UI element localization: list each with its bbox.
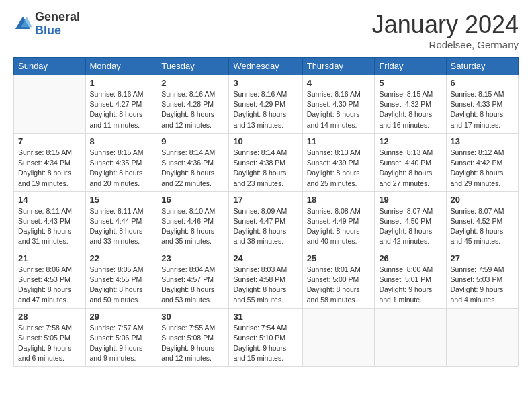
calendar-cell: 29Sunrise: 7:57 AMSunset: 5:06 PMDayligh… [85, 308, 157, 367]
day-number: 20 [451, 195, 515, 205]
calendar-cell: 5Sunrise: 8:15 AMSunset: 4:32 PMDaylight… [375, 75, 446, 134]
day-info: Sunrise: 8:07 AMSunset: 4:52 PMDaylight:… [451, 206, 515, 247]
calendar-cell: 6Sunrise: 8:15 AMSunset: 4:33 PMDaylight… [446, 75, 519, 134]
calendar-cell: 21Sunrise: 8:06 AMSunset: 4:53 PMDayligh… [14, 250, 86, 308]
day-number: 13 [451, 136, 515, 146]
day-number: 8 [90, 136, 153, 146]
day-number: 17 [233, 195, 298, 205]
week-row-1: 1Sunrise: 8:16 AMSunset: 4:27 PMDaylight… [14, 75, 519, 134]
header: General Blue January 2024 Rodelsee, Germ… [13, 11, 519, 50]
day-info: Sunrise: 8:14 AMSunset: 4:36 PMDaylight:… [161, 148, 224, 189]
week-row-5: 28Sunrise: 7:58 AMSunset: 5:05 PMDayligh… [14, 308, 519, 367]
day-info: Sunrise: 8:03 AMSunset: 4:58 PMDaylight:… [233, 265, 298, 306]
calendar-cell: 11Sunrise: 8:13 AMSunset: 4:39 PMDayligh… [302, 133, 375, 191]
calendar-cell: 27Sunrise: 7:59 AMSunset: 5:03 PMDayligh… [446, 250, 519, 308]
calendar-cell: 31Sunrise: 7:54 AMSunset: 5:10 PMDayligh… [229, 308, 302, 367]
day-number: 1 [90, 78, 153, 88]
day-number: 15 [90, 195, 153, 205]
day-number: 10 [233, 136, 298, 146]
day-info: Sunrise: 7:59 AMSunset: 5:03 PMDaylight:… [451, 265, 515, 306]
day-info: Sunrise: 8:16 AMSunset: 4:29 PMDaylight:… [233, 89, 298, 130]
day-info: Sunrise: 8:16 AMSunset: 4:28 PMDaylight:… [161, 89, 224, 130]
calendar-cell: 12Sunrise: 8:13 AMSunset: 4:40 PMDayligh… [375, 133, 446, 191]
calendar-cell [302, 308, 375, 367]
day-info: Sunrise: 7:55 AMSunset: 5:08 PMDaylight:… [161, 323, 224, 364]
day-info: Sunrise: 8:07 AMSunset: 4:50 PMDaylight:… [379, 206, 441, 247]
day-info: Sunrise: 8:04 AMSunset: 4:57 PMDaylight:… [161, 265, 224, 306]
day-number: 24 [233, 253, 298, 263]
weekday-header-monday: Monday [85, 58, 157, 75]
day-number: 11 [307, 136, 371, 146]
day-info: Sunrise: 8:15 AMSunset: 4:32 PMDaylight:… [379, 89, 441, 130]
day-info: Sunrise: 8:00 AMSunset: 5:01 PMDaylight:… [379, 265, 441, 306]
calendar-cell: 3Sunrise: 8:16 AMSunset: 4:29 PMDaylight… [229, 75, 302, 134]
calendar-table: SundayMondayTuesdayWednesdayThursdayFrid… [13, 57, 519, 367]
day-info: Sunrise: 8:15 AMSunset: 4:34 PMDaylight:… [18, 148, 81, 189]
day-number: 22 [90, 253, 153, 263]
day-number: 6 [451, 78, 515, 88]
day-info: Sunrise: 7:54 AMSunset: 5:10 PMDaylight:… [233, 323, 298, 364]
day-info: Sunrise: 8:15 AMSunset: 4:35 PMDaylight:… [90, 148, 153, 189]
calendar-cell [375, 308, 446, 367]
weekday-header-tuesday: Tuesday [157, 58, 229, 75]
day-number: 26 [379, 253, 441, 263]
calendar-cell: 9Sunrise: 8:14 AMSunset: 4:36 PMDaylight… [157, 133, 229, 191]
calendar-cell: 24Sunrise: 8:03 AMSunset: 4:58 PMDayligh… [229, 250, 302, 308]
calendar-cell: 18Sunrise: 8:08 AMSunset: 4:49 PMDayligh… [302, 191, 375, 250]
week-row-4: 21Sunrise: 8:06 AMSunset: 4:53 PMDayligh… [14, 250, 519, 308]
day-info: Sunrise: 7:58 AMSunset: 5:05 PMDaylight:… [18, 323, 81, 364]
week-row-3: 14Sunrise: 8:11 AMSunset: 4:43 PMDayligh… [14, 191, 519, 250]
weekday-header-saturday: Saturday [446, 58, 519, 75]
day-number: 31 [233, 312, 298, 322]
day-number: 18 [307, 195, 371, 205]
day-info: Sunrise: 8:16 AMSunset: 4:30 PMDaylight:… [307, 89, 371, 130]
calendar-cell: 14Sunrise: 8:11 AMSunset: 4:43 PMDayligh… [14, 191, 86, 250]
day-number: 29 [90, 312, 153, 322]
day-number: 4 [307, 78, 371, 88]
day-info: Sunrise: 8:15 AMSunset: 4:33 PMDaylight:… [451, 89, 515, 130]
day-info: Sunrise: 8:13 AMSunset: 4:39 PMDaylight:… [307, 148, 371, 189]
day-info: Sunrise: 8:06 AMSunset: 4:53 PMDaylight:… [18, 265, 81, 306]
calendar-cell: 7Sunrise: 8:15 AMSunset: 4:34 PMDaylight… [14, 133, 86, 191]
weekday-header-row: SundayMondayTuesdayWednesdayThursdayFrid… [14, 58, 519, 75]
day-info: Sunrise: 8:12 AMSunset: 4:42 PMDaylight:… [451, 148, 515, 189]
day-number: 16 [161, 195, 224, 205]
day-info: Sunrise: 7:57 AMSunset: 5:06 PMDaylight:… [90, 323, 153, 364]
day-info: Sunrise: 8:11 AMSunset: 4:44 PMDaylight:… [90, 206, 153, 247]
day-number: 23 [161, 253, 224, 263]
logo-blue-text: Blue [35, 24, 80, 38]
weekday-header-wednesday: Wednesday [229, 58, 302, 75]
day-number: 14 [18, 195, 81, 205]
weekday-header-friday: Friday [375, 58, 446, 75]
location-subtitle: Rodelsee, Germany [372, 39, 519, 50]
day-number: 21 [18, 253, 81, 263]
day-number: 27 [451, 253, 515, 263]
weekday-header-thursday: Thursday [302, 58, 375, 75]
day-info: Sunrise: 8:11 AMSunset: 4:43 PMDaylight:… [18, 206, 81, 247]
day-number: 30 [161, 312, 224, 322]
day-number: 28 [18, 312, 81, 322]
page: General Blue January 2024 Rodelsee, Germ… [0, 0, 532, 411]
week-row-2: 7Sunrise: 8:15 AMSunset: 4:34 PMDaylight… [14, 133, 519, 191]
calendar-cell: 28Sunrise: 7:58 AMSunset: 5:05 PMDayligh… [14, 308, 86, 367]
month-title: January 2024 [372, 11, 519, 39]
day-info: Sunrise: 8:05 AMSunset: 4:55 PMDaylight:… [90, 265, 153, 306]
calendar-cell: 15Sunrise: 8:11 AMSunset: 4:44 PMDayligh… [85, 191, 157, 250]
calendar-cell: 30Sunrise: 7:55 AMSunset: 5:08 PMDayligh… [157, 308, 229, 367]
calendar-cell: 22Sunrise: 8:05 AMSunset: 4:55 PMDayligh… [85, 250, 157, 308]
logo-general-text: General [35, 11, 80, 24]
calendar-cell: 20Sunrise: 8:07 AMSunset: 4:52 PMDayligh… [446, 191, 519, 250]
day-info: Sunrise: 8:10 AMSunset: 4:46 PMDaylight:… [161, 206, 224, 247]
calendar-cell: 10Sunrise: 8:14 AMSunset: 4:38 PMDayligh… [229, 133, 302, 191]
day-info: Sunrise: 8:13 AMSunset: 4:40 PMDaylight:… [379, 148, 441, 189]
day-number: 5 [379, 78, 441, 88]
day-number: 3 [233, 78, 298, 88]
day-info: Sunrise: 8:09 AMSunset: 4:47 PMDaylight:… [233, 206, 298, 247]
day-number: 2 [161, 78, 224, 88]
day-info: Sunrise: 8:01 AMSunset: 5:00 PMDaylight:… [307, 265, 371, 306]
calendar-cell: 13Sunrise: 8:12 AMSunset: 4:42 PMDayligh… [446, 133, 519, 191]
day-number: 9 [161, 136, 224, 146]
logo-text: General Blue [35, 11, 80, 38]
calendar-cell: 23Sunrise: 8:04 AMSunset: 4:57 PMDayligh… [157, 250, 229, 308]
calendar-cell: 25Sunrise: 8:01 AMSunset: 5:00 PMDayligh… [302, 250, 375, 308]
